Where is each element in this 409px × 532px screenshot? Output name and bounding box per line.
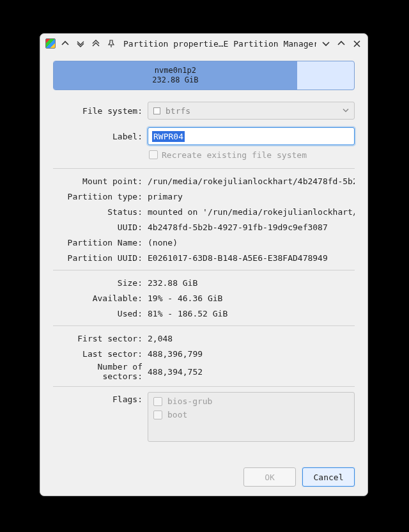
partition-visualization: nvme0n1p2 232.88 GiB [53,61,355,90]
used-label: Used: [53,309,148,318]
available-value: 19% - 46.36 GiB [148,293,355,303]
divider [53,386,355,387]
last-sector-label: Last sector: [53,349,148,359]
divider [53,325,355,326]
partition-size: 232.88 GiB [152,75,198,85]
available-label: Available: [53,293,148,303]
first-sector-label: First sector: [53,334,148,343]
flag-item-label: boot [167,410,187,419]
mount-point-value: /run/media/rokejulianlockhart/4b2478fd-5… [148,176,355,186]
checkbox-icon [153,411,162,419]
chevron-down-icon [343,106,349,116]
size-value: 232.88 GiB [148,278,355,288]
status-value: mounted on '/run/media/rokejulianlockhar… [148,207,355,217]
button-bar: OK Cancel [40,461,367,496]
more-actions-down-icon[interactable] [75,38,86,49]
recreate-label: Recreate existing file system [162,150,307,160]
last-sector-value: 488,396,799 [148,349,355,359]
num-sectors-value: 488,394,752 [148,367,355,377]
filesystem-swatch-icon [153,107,160,114]
partition-type-value: primary [148,192,355,201]
partition-uuid-value: E0261017-63D8-B148-A5E6-E38FAD478949 [148,253,355,263]
mount-point-label: Mount point: [53,176,148,186]
dialog-window: Partition propertie…E Partition Manager … [40,33,368,496]
partition-used-region: nvme0n1p2 232.88 GiB [54,61,297,90]
uuid-value: 4b2478fd-5b2b-4927-91fb-19d9c9ef3087 [148,223,355,232]
titlebar: Partition propertie…E Partition Manager [40,34,367,53]
filesystem-combobox[interactable]: btrfs [148,102,355,120]
pin-icon[interactable] [105,38,117,49]
minimize-icon[interactable] [320,38,332,49]
label-input-value: RWPR04 [152,131,185,142]
partition-name-value: (none) [148,238,355,247]
checkbox-icon [153,397,162,406]
divider [53,270,355,270]
flag-item-label: bios-grub [167,396,212,406]
maximize-icon[interactable] [336,38,347,49]
filesystem-value: btrfs [166,106,190,116]
partition-type-label: Partition type: [53,192,148,201]
form-area: File system: btrfs Label: RWPR04 [53,102,355,453]
flags-listbox[interactable]: bios-grub boot [148,392,355,442]
more-actions-up-icon[interactable] [59,38,71,49]
num-sectors-label: Number of sectors: [53,362,148,381]
flag-item[interactable]: bios-grub [153,396,349,406]
ok-button: OK [243,467,296,487]
divider [53,168,355,169]
more-actions-dblup-icon[interactable] [90,38,102,49]
flag-item[interactable]: boot [153,410,349,419]
partition-name-label: Partition Name: [53,238,148,247]
label-field-label: Label: [53,132,148,141]
close-icon[interactable] [351,38,362,49]
partition-name: nvme0n1p2 [155,66,196,75]
dialog-content: nvme0n1p2 232.88 GiB File system: btrfs … [40,53,367,461]
status-label: Status: [53,207,148,217]
window-title: Partition propertie…E Partition Manager [121,39,316,49]
label-input[interactable]: RWPR04 [148,127,355,145]
uuid-label: UUID: [53,223,148,232]
partition-uuid-label: Partition UUID: [53,253,148,263]
recreate-checkbox[interactable]: Recreate existing file system [148,150,355,160]
cancel-button[interactable]: Cancel [302,467,355,487]
flags-label: Flags: [53,392,148,404]
used-value: 81% - 186.52 GiB [148,309,355,318]
app-icon [45,38,56,49]
size-label: Size: [53,278,148,288]
filesystem-label: File system: [53,106,148,116]
checkbox-icon [149,150,158,159]
first-sector-value: 2,048 [148,334,355,343]
